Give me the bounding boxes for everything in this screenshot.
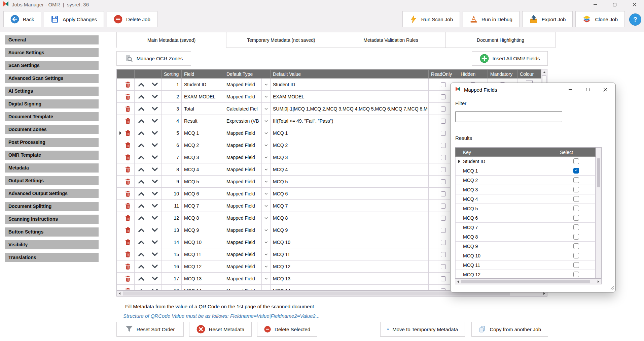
clone-job-button[interactable]: Clone Job [575, 11, 625, 27]
delete-row-button[interactable] [121, 273, 135, 285]
tab-temporary-metadata-not-saved[interactable]: Temporary Metadata (not saved) [226, 32, 336, 48]
default-type-dropdown-button[interactable] [262, 176, 271, 188]
select-checkbox[interactable] [573, 224, 579, 230]
move-row-down-button[interactable] [148, 176, 162, 188]
readonly-checkbox[interactable] [441, 106, 446, 112]
sidebar-item-digital-signing[interactable]: Digital Signing [5, 99, 99, 108]
readonly-checkbox[interactable] [441, 240, 446, 245]
default-type-cell[interactable]: Mapped Field [224, 248, 262, 260]
mapped-field-key-cell[interactable]: MCQ 4 [460, 194, 557, 204]
default-type-cell[interactable]: Mapped Field [224, 91, 262, 103]
readonly-checkbox[interactable] [441, 191, 446, 196]
delete-row-button[interactable] [121, 285, 135, 291]
dialog-close-button[interactable] [597, 84, 614, 96]
sidebar-item-ai-settings[interactable]: AI Settings [5, 87, 99, 96]
move-row-down-button[interactable] [148, 151, 162, 163]
reset-sort-order-button[interactable]: Reset Sort Order [116, 322, 184, 337]
move-row-up-button[interactable] [135, 236, 148, 248]
mapped-field-key-cell[interactable]: MCQ 2 [460, 176, 557, 185]
mapped-field-key-cell[interactable]: Student ID [460, 157, 557, 166]
sidebar-item-general[interactable]: General [5, 35, 99, 44]
default-value-cell[interactable]: Student ID [271, 79, 429, 91]
scroll-up-button[interactable] [541, 69, 547, 75]
default-type-cell[interactable]: Mapped Field [224, 260, 262, 273]
mapped-field-key-cell[interactable]: MCQ 6 [460, 213, 557, 223]
default-value-cell[interactable]: MCQ 3 [271, 151, 429, 163]
sidebar-item-button-settings[interactable]: Button Settings [5, 227, 99, 237]
default-type-dropdown-button[interactable] [262, 224, 271, 236]
default-type-dropdown-button[interactable] [262, 260, 271, 273]
move-row-up-button[interactable] [135, 188, 148, 200]
move-row-down-button[interactable] [148, 260, 162, 273]
default-type-cell[interactable]: Mapped Field [224, 200, 262, 212]
readonly-checkbox[interactable] [441, 179, 446, 184]
copy-from-another-job-button[interactable]: Copy from another Job [471, 322, 548, 337]
default-value-cell[interactable]: MCQ 11 [271, 248, 429, 260]
select-checkbox[interactable] [573, 187, 579, 192]
dialog-vertical-scrollbar[interactable] [596, 148, 601, 278]
readonly-checkbox[interactable] [441, 264, 446, 269]
default-type-dropdown-button[interactable] [262, 273, 271, 285]
mapped-field-key-cell[interactable]: MCQ 3 [460, 185, 557, 194]
mapped-field-key-cell[interactable]: MCQ 10 [460, 251, 557, 260]
move-row-down-button[interactable] [148, 91, 162, 103]
select-checkbox[interactable] [573, 215, 579, 221]
delete-job-button[interactable]: Delete Job [107, 11, 157, 27]
dialog-scroll-left-button[interactable] [455, 279, 461, 284]
move-row-down-button[interactable] [148, 285, 162, 291]
apply-changes-button[interactable]: Apply Changes [44, 11, 104, 27]
manage-ocr-zones-button[interactable]: Manage OCR Zones [116, 51, 191, 66]
mapped-field-key-cell[interactable]: MCQ 8 [460, 232, 557, 242]
default-type-dropdown-button[interactable] [262, 115, 271, 127]
dialog-maximize-button[interactable] [579, 84, 597, 96]
delete-row-button[interactable] [121, 115, 135, 127]
default-type-cell[interactable]: Mapped Field [224, 236, 262, 248]
default-type-cell[interactable]: Mapped Field [224, 139, 262, 151]
default-type-cell[interactable]: Mapped Field [224, 285, 262, 291]
select-checkbox[interactable] [573, 234, 579, 240]
scroll-left-button[interactable] [117, 291, 122, 296]
move-row-down-button[interactable] [148, 248, 162, 260]
sidebar-item-document-template[interactable]: Document Template [5, 112, 99, 121]
move-row-down-button[interactable] [148, 200, 162, 212]
move-row-up-button[interactable] [135, 260, 148, 273]
delete-row-button[interactable] [121, 260, 135, 273]
sidebar-item-document-splitting[interactable]: Document Splitting [5, 202, 99, 211]
move-row-up-button[interactable] [135, 139, 148, 151]
mapped-field-key-cell[interactable]: MCQ 7 [460, 223, 557, 232]
delete-row-button[interactable] [121, 236, 135, 248]
tab-document-highlighting[interactable]: Document Highlighting [446, 32, 556, 48]
default-type-cell[interactable]: Mapped Field [224, 163, 262, 176]
help-button[interactable]: ? [629, 13, 641, 26]
delete-row-button[interactable] [121, 91, 135, 103]
default-type-cell[interactable]: Mapped Field [224, 127, 262, 139]
default-type-dropdown-button[interactable] [262, 91, 271, 103]
reset-metadata-button[interactable]: Reset Metadata [189, 322, 252, 337]
default-type-dropdown-button[interactable] [262, 163, 271, 176]
filter-input[interactable] [455, 111, 562, 122]
delete-row-button[interactable] [121, 79, 135, 91]
sidebar-item-advanced-output-settings[interactable]: Advanced Output Settings [5, 189, 99, 198]
move-row-up-button[interactable] [135, 103, 148, 115]
move-row-up-button[interactable] [135, 248, 148, 260]
readonly-checkbox[interactable] [441, 119, 446, 124]
default-type-cell[interactable]: Mapped Field [224, 151, 262, 163]
run-in-debug-button[interactable]: Run in Debug [463, 11, 520, 27]
sidebar-item-post-processing[interactable]: Post Processing [5, 138, 99, 147]
default-value-cell[interactable]: MCQ 14 [271, 285, 429, 291]
default-type-cell[interactable]: Mapped Field [224, 176, 262, 188]
default-type-cell[interactable]: Expression (VB [224, 115, 262, 127]
readonly-checkbox[interactable] [441, 276, 446, 281]
select-checkbox[interactable] [573, 253, 579, 258]
move-row-down-button[interactable] [148, 224, 162, 236]
default-value-cell[interactable]: MCQ 5 [271, 176, 429, 188]
move-row-down-button[interactable] [148, 79, 162, 91]
delete-row-button[interactable] [121, 212, 135, 224]
move-row-up-button[interactable] [135, 200, 148, 212]
delete-row-button[interactable] [121, 127, 135, 139]
move-row-up-button[interactable] [135, 273, 148, 285]
move-row-up-button[interactable] [135, 151, 148, 163]
default-type-dropdown-button[interactable] [262, 188, 271, 200]
default-value-cell[interactable]: MCQ 13 [271, 273, 429, 285]
move-row-down-button[interactable] [148, 236, 162, 248]
